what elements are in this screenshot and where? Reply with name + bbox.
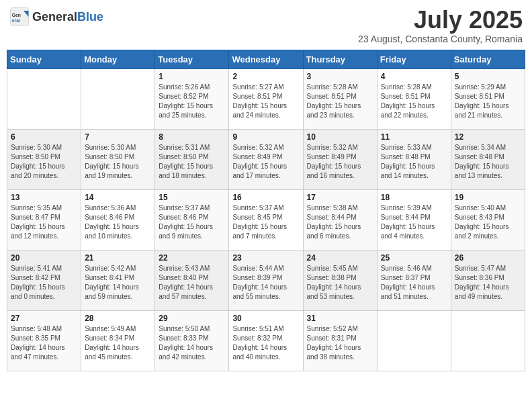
day-number: 3 [307,72,373,81]
day-number: 31 [307,314,373,323]
calendar-day-cell: 8Sunrise: 5:31 AM Sunset: 8:50 PM Daylig… [155,129,229,189]
calendar-day-cell: 6Sunrise: 5:30 AM Sunset: 8:50 PM Daylig… [7,129,81,189]
svg-text:Gen: Gen [12,13,21,17]
calendar-day-cell: 1Sunrise: 5:26 AM Sunset: 8:52 PM Daylig… [155,68,229,129]
day-info: Sunrise: 5:45 AM Sunset: 8:38 PM Dayligh… [307,264,373,302]
calendar-day-cell: 31Sunrise: 5:52 AM Sunset: 8:31 PM Dayli… [303,310,377,371]
calendar-day-cell: 12Sunrise: 5:34 AM Sunset: 8:48 PM Dayli… [451,129,525,189]
day-number: 11 [381,132,447,142]
calendar-week-row: 27Sunrise: 5:48 AM Sunset: 8:35 PM Dayli… [7,310,525,371]
month-title: July 2025 [358,7,523,34]
day-number: 19 [455,193,521,202]
calendar-day-cell: 7Sunrise: 5:30 AM Sunset: 8:50 PM Daylig… [81,129,155,189]
day-number: 2 [232,72,299,81]
calendar-day-cell: 4Sunrise: 5:28 AM Sunset: 8:51 PM Daylig… [377,68,451,129]
day-info: Sunrise: 5:43 AM Sunset: 8:40 PM Dayligh… [159,264,225,302]
day-info: Sunrise: 5:32 AM Sunset: 8:49 PM Dayligh… [307,143,373,181]
day-info: Sunrise: 5:40 AM Sunset: 8:43 PM Dayligh… [455,203,521,241]
day-number: 18 [381,193,447,202]
day-number: 30 [232,314,299,323]
day-number: 9 [232,132,299,142]
calendar-day-cell: 16Sunrise: 5:37 AM Sunset: 8:45 PM Dayli… [229,189,303,250]
calendar-week-row: 20Sunrise: 5:41 AM Sunset: 8:42 PM Dayli… [7,250,525,310]
day-info: Sunrise: 5:33 AM Sunset: 8:48 PM Dayligh… [381,143,447,181]
day-info: Sunrise: 5:44 AM Sunset: 8:39 PM Dayligh… [232,264,299,302]
title-section: July 2025 23 August, Constanta County, R… [358,7,523,44]
day-info: Sunrise: 5:48 AM Sunset: 8:35 PM Dayligh… [11,324,77,362]
day-info: Sunrise: 5:42 AM Sunset: 8:41 PM Dayligh… [85,264,151,302]
day-info: Sunrise: 5:50 AM Sunset: 8:33 PM Dayligh… [159,324,225,362]
day-number: 21 [85,253,151,263]
calendar-day-cell: 21Sunrise: 5:42 AM Sunset: 8:41 PM Dayli… [81,250,155,310]
day-number: 28 [85,314,151,323]
calendar-day-cell: 2Sunrise: 5:27 AM Sunset: 8:51 PM Daylig… [229,68,303,129]
day-number: 25 [381,253,447,263]
day-of-week-header: Wednesday [229,50,303,68]
day-info: Sunrise: 5:37 AM Sunset: 8:45 PM Dayligh… [232,203,299,241]
calendar-day-cell: 28Sunrise: 5:49 AM Sunset: 8:34 PM Dayli… [81,310,155,371]
calendar-header-row: SundayMondayTuesdayWednesdayThursdayFrid… [7,50,525,68]
calendar-day-cell: 10Sunrise: 5:32 AM Sunset: 8:49 PM Dayli… [303,129,377,189]
day-of-week-header: Sunday [7,50,81,68]
day-number: 12 [455,132,521,142]
calendar-day-cell: 26Sunrise: 5:47 AM Sunset: 8:36 PM Dayli… [451,250,525,310]
calendar-day-cell [81,68,155,129]
subtitle: 23 August, Constanta County, Romania [358,34,523,44]
calendar-week-row: 13Sunrise: 5:35 AM Sunset: 8:47 PM Dayli… [7,189,525,250]
day-number: 1 [159,72,225,81]
day-info: Sunrise: 5:49 AM Sunset: 8:34 PM Dayligh… [85,324,151,362]
day-info: Sunrise: 5:47 AM Sunset: 8:36 PM Dayligh… [455,264,521,302]
day-info: Sunrise: 5:52 AM Sunset: 8:31 PM Dayligh… [307,324,373,362]
day-number: 16 [232,193,299,202]
calendar-day-cell: 25Sunrise: 5:46 AM Sunset: 8:37 PM Dayli… [377,250,451,310]
day-info: Sunrise: 5:41 AM Sunset: 8:42 PM Dayligh… [11,264,77,302]
day-of-week-header: Monday [81,50,155,68]
logo: Gen eral GeneralBlue [9,7,103,27]
calendar-day-cell: 14Sunrise: 5:36 AM Sunset: 8:46 PM Dayli… [81,189,155,250]
day-number: 4 [381,72,447,81]
calendar-day-cell: 13Sunrise: 5:35 AM Sunset: 8:47 PM Dayli… [7,189,81,250]
day-of-week-header: Tuesday [155,50,229,68]
day-info: Sunrise: 5:32 AM Sunset: 8:49 PM Dayligh… [232,143,299,181]
logo-text-blue: Blue [77,10,103,24]
day-number: 27 [11,314,77,323]
day-of-week-header: Saturday [451,50,525,68]
calendar-day-cell: 27Sunrise: 5:48 AM Sunset: 8:35 PM Dayli… [7,310,81,371]
logo-text-general: General [32,10,77,24]
day-info: Sunrise: 5:38 AM Sunset: 8:44 PM Dayligh… [307,203,373,241]
day-number: 14 [85,193,151,202]
day-info: Sunrise: 5:29 AM Sunset: 8:51 PM Dayligh… [455,83,521,120]
day-info: Sunrise: 5:30 AM Sunset: 8:50 PM Dayligh… [85,143,151,181]
page-header: Gen eral GeneralBlue July 2025 23 August… [7,7,525,44]
day-number: 13 [11,193,77,202]
day-number: 6 [11,132,77,142]
calendar-day-cell: 3Sunrise: 5:28 AM Sunset: 8:51 PM Daylig… [303,68,377,129]
calendar: SundayMondayTuesdayWednesdayThursdayFrid… [7,50,525,371]
day-info: Sunrise: 5:34 AM Sunset: 8:48 PM Dayligh… [455,143,521,181]
day-info: Sunrise: 5:35 AM Sunset: 8:47 PM Dayligh… [11,203,77,241]
day-info: Sunrise: 5:46 AM Sunset: 8:37 PM Dayligh… [381,264,447,302]
calendar-day-cell [7,68,81,129]
calendar-week-row: 1Sunrise: 5:26 AM Sunset: 8:52 PM Daylig… [7,68,525,129]
calendar-day-cell: 20Sunrise: 5:41 AM Sunset: 8:42 PM Dayli… [7,250,81,310]
calendar-day-cell [377,310,451,371]
svg-text:eral: eral [12,18,20,23]
day-number: 22 [159,253,225,263]
day-number: 5 [455,72,521,81]
logo-icon: Gen eral [9,7,30,27]
calendar-day-cell [451,310,525,371]
day-number: 29 [159,314,225,323]
calendar-day-cell: 9Sunrise: 5:32 AM Sunset: 8:49 PM Daylig… [229,129,303,189]
day-info: Sunrise: 5:28 AM Sunset: 8:51 PM Dayligh… [307,83,373,120]
calendar-day-cell: 17Sunrise: 5:38 AM Sunset: 8:44 PM Dayli… [303,189,377,250]
calendar-week-row: 6Sunrise: 5:30 AM Sunset: 8:50 PM Daylig… [7,129,525,189]
day-of-week-header: Thursday [303,50,377,68]
calendar-day-cell: 11Sunrise: 5:33 AM Sunset: 8:48 PM Dayli… [377,129,451,189]
calendar-day-cell: 30Sunrise: 5:51 AM Sunset: 8:32 PM Dayli… [229,310,303,371]
day-number: 24 [307,253,373,263]
calendar-day-cell: 5Sunrise: 5:29 AM Sunset: 8:51 PM Daylig… [451,68,525,129]
day-number: 10 [307,132,373,142]
day-number: 20 [11,253,77,263]
calendar-day-cell: 23Sunrise: 5:44 AM Sunset: 8:39 PM Dayli… [229,250,303,310]
day-number: 7 [85,132,151,142]
